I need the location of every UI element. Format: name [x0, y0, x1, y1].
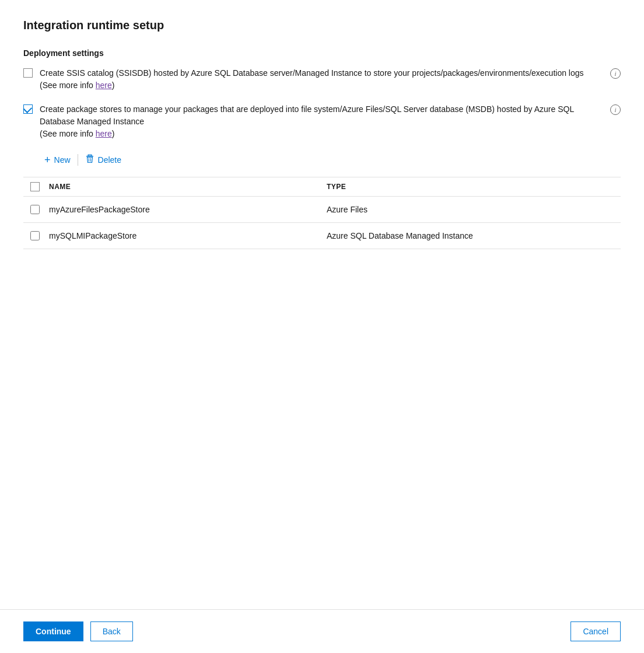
checkbox-ssisdb[interactable]: [23, 68, 33, 78]
new-label: New: [54, 155, 71, 165]
row-1-type: Azure Files: [327, 205, 614, 214]
col-header-name: NAME: [49, 183, 317, 191]
delete-label: Delete: [98, 155, 121, 165]
table-container: NAME TYPE myAzureFilesPackageStore Azure…: [23, 177, 621, 249]
toolbar: + New Delete: [40, 152, 621, 167]
row-2-type: Azure SQL Database Managed Instance: [327, 231, 614, 240]
table-select-all-checkbox[interactable]: [30, 182, 40, 191]
checkbox-row-1: Create SSIS catalog (SSISDB) hosted by A…: [23, 67, 621, 92]
package-stores-here-link[interactable]: here: [96, 129, 112, 138]
table-row[interactable]: mySQLMIPackageStore Azure SQL Database M…: [23, 223, 621, 249]
row-2-name: mySQLMIPackageStore: [49, 231, 317, 240]
dialog-container: Integration runtime setup Deployment set…: [0, 0, 644, 653]
row-1-checkbox[interactable]: [30, 205, 40, 214]
deployment-settings-section: Deployment settings Create SSIS catalog …: [23, 48, 621, 249]
table-row[interactable]: myAzureFilesPackageStore Azure Files: [23, 197, 621, 223]
col-header-type: TYPE: [327, 183, 614, 191]
checkbox-ssisdb-text: Create SSIS catalog (SSISDB) hosted by A…: [40, 67, 603, 92]
continue-button[interactable]: Continue: [23, 621, 83, 641]
row-1-name: myAzureFilesPackageStore: [49, 205, 317, 214]
new-button[interactable]: + New: [40, 152, 75, 167]
checkbox-wrapper-1: Create SSIS catalog (SSISDB) hosted by A…: [23, 67, 603, 92]
info-icon-2[interactable]: i: [610, 104, 621, 115]
page-title: Integration runtime setup: [23, 19, 621, 32]
svg-rect-0: [88, 155, 92, 156]
footer-left: Continue Back: [23, 621, 133, 641]
dialog-content: Integration runtime setup Deployment set…: [0, 0, 644, 609]
checkbox-row-2: Create package stores to manage your pac…: [23, 103, 621, 140]
checkbox-package-stores[interactable]: [23, 104, 33, 114]
checkbox-wrapper-2: Create package stores to manage your pac…: [23, 103, 603, 140]
back-button[interactable]: Back: [90, 621, 133, 641]
ssisdb-here-link[interactable]: here: [96, 81, 112, 90]
info-icon-1[interactable]: i: [610, 68, 621, 79]
dialog-footer: Continue Back Cancel: [0, 609, 644, 653]
toolbar-separator: [78, 154, 78, 166]
plus-icon: +: [44, 155, 51, 165]
checkbox-package-stores-text: Create package stores to manage your pac…: [40, 103, 603, 140]
section-title: Deployment settings: [23, 48, 621, 58]
cancel-button[interactable]: Cancel: [570, 621, 621, 641]
svg-rect-1: [86, 156, 93, 157]
delete-button[interactable]: Delete: [80, 152, 126, 167]
table-header: NAME TYPE: [23, 177, 621, 197]
trash-icon: [85, 154, 94, 165]
row-2-checkbox[interactable]: [30, 231, 40, 240]
